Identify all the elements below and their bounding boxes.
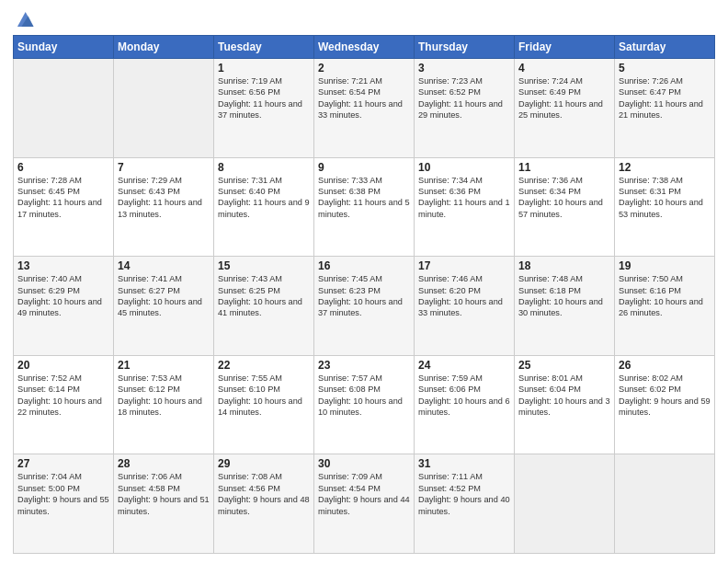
day-number: 11 — [518, 161, 610, 174]
calendar-table: SundayMondayTuesdayWednesdayThursdayFrid… — [13, 35, 715, 554]
day-number: 5 — [619, 62, 711, 75]
col-header-friday: Friday — [515, 36, 615, 59]
calendar-cell: 3Sunrise: 7:23 AM Sunset: 6:52 PM Daylig… — [415, 59, 515, 158]
calendar-cell: 17Sunrise: 7:46 AM Sunset: 6:20 PM Dayli… — [415, 257, 515, 356]
day-number: 27 — [17, 457, 109, 470]
cell-info: Sunrise: 7:33 AM Sunset: 6:38 PM Dayligh… — [318, 175, 410, 221]
calendar-cell: 12Sunrise: 7:38 AM Sunset: 6:31 PM Dayli… — [615, 157, 715, 257]
day-number: 28 — [118, 457, 210, 470]
cell-info: Sunrise: 7:43 AM Sunset: 6:25 PM Dayligh… — [218, 273, 310, 319]
cell-info: Sunrise: 7:59 AM Sunset: 6:06 PM Dayligh… — [418, 373, 510, 419]
calendar-cell: 20Sunrise: 7:52 AM Sunset: 6:14 PM Dayli… — [14, 355, 114, 454]
day-number: 2 — [318, 62, 410, 75]
week-row-2: 6Sunrise: 7:28 AM Sunset: 6:45 PM Daylig… — [14, 157, 715, 257]
week-row-1: 1Sunrise: 7:19 AM Sunset: 6:56 PM Daylig… — [14, 59, 715, 158]
cell-info: Sunrise: 7:28 AM Sunset: 6:45 PM Dayligh… — [17, 175, 109, 221]
day-number: 4 — [518, 62, 610, 75]
col-header-thursday: Thursday — [415, 36, 515, 59]
header-row: SundayMondayTuesdayWednesdayThursdayFrid… — [14, 36, 715, 59]
calendar-cell: 27Sunrise: 7:04 AM Sunset: 5:00 PM Dayli… — [14, 454, 114, 554]
cell-info: Sunrise: 7:38 AM Sunset: 6:31 PM Dayligh… — [619, 175, 711, 221]
day-number: 13 — [17, 259, 109, 272]
col-header-tuesday: Tuesday — [214, 36, 314, 59]
cell-info: Sunrise: 7:36 AM Sunset: 6:34 PM Dayligh… — [518, 175, 610, 221]
cell-info: Sunrise: 7:04 AM Sunset: 5:00 PM Dayligh… — [17, 471, 109, 517]
cell-info: Sunrise: 7:48 AM Sunset: 6:18 PM Dayligh… — [518, 273, 610, 319]
calendar-cell: 7Sunrise: 7:29 AM Sunset: 6:43 PM Daylig… — [114, 157, 214, 257]
day-number: 20 — [17, 359, 109, 372]
cell-info: Sunrise: 7:29 AM Sunset: 6:43 PM Dayligh… — [118, 175, 210, 221]
day-number: 31 — [418, 457, 510, 470]
day-number: 7 — [118, 161, 210, 174]
cell-info: Sunrise: 7:45 AM Sunset: 6:23 PM Dayligh… — [318, 273, 410, 319]
calendar-cell: 21Sunrise: 7:53 AM Sunset: 6:12 PM Dayli… — [114, 355, 214, 454]
calendar-cell: 19Sunrise: 7:50 AM Sunset: 6:16 PM Dayli… — [615, 257, 715, 356]
cell-info: Sunrise: 7:50 AM Sunset: 6:16 PM Dayligh… — [619, 273, 711, 319]
cell-info: Sunrise: 7:19 AM Sunset: 6:56 PM Dayligh… — [218, 75, 310, 121]
calendar-cell: 6Sunrise: 7:28 AM Sunset: 6:45 PM Daylig… — [14, 157, 114, 257]
week-row-4: 20Sunrise: 7:52 AM Sunset: 6:14 PM Dayli… — [14, 355, 715, 454]
calendar-cell: 26Sunrise: 8:02 AM Sunset: 6:02 PM Dayli… — [615, 355, 715, 454]
calendar-cell: 30Sunrise: 7:09 AM Sunset: 4:54 PM Dayli… — [314, 454, 415, 554]
col-header-wednesday: Wednesday — [314, 36, 415, 59]
day-number: 10 — [418, 161, 510, 174]
calendar-cell — [14, 59, 114, 158]
calendar-cell: 9Sunrise: 7:33 AM Sunset: 6:38 PM Daylig… — [314, 157, 415, 257]
cell-info: Sunrise: 8:01 AM Sunset: 6:04 PM Dayligh… — [518, 373, 610, 419]
cell-info: Sunrise: 7:11 AM Sunset: 4:52 PM Dayligh… — [418, 471, 510, 517]
logo-icon — [15, 9, 35, 29]
calendar-cell: 23Sunrise: 7:57 AM Sunset: 6:08 PM Dayli… — [314, 355, 415, 454]
calendar-cell: 18Sunrise: 7:48 AM Sunset: 6:18 PM Dayli… — [515, 257, 615, 356]
day-number: 29 — [218, 457, 310, 470]
day-number: 15 — [218, 259, 310, 272]
day-number: 17 — [418, 259, 510, 272]
cell-info: Sunrise: 7:40 AM Sunset: 6:29 PM Dayligh… — [17, 273, 109, 319]
cell-info: Sunrise: 7:21 AM Sunset: 6:54 PM Dayligh… — [318, 75, 410, 121]
day-number: 12 — [619, 161, 711, 174]
cell-info: Sunrise: 7:31 AM Sunset: 6:40 PM Dayligh… — [218, 175, 310, 221]
day-number: 6 — [17, 161, 109, 174]
cell-info: Sunrise: 7:41 AM Sunset: 6:27 PM Dayligh… — [118, 273, 210, 319]
cell-info: Sunrise: 7:34 AM Sunset: 6:36 PM Dayligh… — [418, 175, 510, 221]
cell-info: Sunrise: 7:53 AM Sunset: 6:12 PM Dayligh… — [118, 373, 210, 419]
calendar-cell: 25Sunrise: 8:01 AM Sunset: 6:04 PM Dayli… — [515, 355, 615, 454]
calendar-cell: 31Sunrise: 7:11 AM Sunset: 4:52 PM Dayli… — [415, 454, 515, 554]
week-row-3: 13Sunrise: 7:40 AM Sunset: 6:29 PM Dayli… — [14, 257, 715, 356]
day-number: 26 — [619, 359, 711, 372]
day-number: 1 — [218, 62, 310, 75]
cell-info: Sunrise: 7:24 AM Sunset: 6:49 PM Dayligh… — [518, 75, 610, 121]
calendar-cell: 8Sunrise: 7:31 AM Sunset: 6:40 PM Daylig… — [214, 157, 314, 257]
calendar-cell: 13Sunrise: 7:40 AM Sunset: 6:29 PM Dayli… — [14, 257, 114, 356]
day-number: 25 — [518, 359, 610, 372]
day-number: 21 — [118, 359, 210, 372]
calendar-cell: 29Sunrise: 7:08 AM Sunset: 4:56 PM Dayli… — [214, 454, 314, 554]
calendar-cell: 22Sunrise: 7:55 AM Sunset: 6:10 PM Dayli… — [214, 355, 314, 454]
cell-info: Sunrise: 7:52 AM Sunset: 6:14 PM Dayligh… — [17, 373, 109, 419]
calendar-cell: 15Sunrise: 7:43 AM Sunset: 6:25 PM Dayli… — [214, 257, 314, 356]
day-number: 24 — [418, 359, 510, 372]
calendar-cell: 10Sunrise: 7:34 AM Sunset: 6:36 PM Dayli… — [415, 157, 515, 257]
day-number: 23 — [318, 359, 410, 372]
cell-info: Sunrise: 8:02 AM Sunset: 6:02 PM Dayligh… — [619, 373, 711, 419]
logo — [13, 9, 35, 29]
calendar-cell — [114, 59, 214, 158]
calendar-cell: 11Sunrise: 7:36 AM Sunset: 6:34 PM Dayli… — [515, 157, 615, 257]
calendar-cell: 24Sunrise: 7:59 AM Sunset: 6:06 PM Dayli… — [415, 355, 515, 454]
cell-info: Sunrise: 7:26 AM Sunset: 6:47 PM Dayligh… — [619, 75, 711, 121]
calendar-cell: 2Sunrise: 7:21 AM Sunset: 6:54 PM Daylig… — [314, 59, 415, 158]
cell-info: Sunrise: 7:57 AM Sunset: 6:08 PM Dayligh… — [318, 373, 410, 419]
col-header-saturday: Saturday — [615, 36, 715, 59]
calendar-cell: 1Sunrise: 7:19 AM Sunset: 6:56 PM Daylig… — [214, 59, 314, 158]
day-number: 9 — [318, 161, 410, 174]
cell-info: Sunrise: 7:46 AM Sunset: 6:20 PM Dayligh… — [418, 273, 510, 319]
day-number: 22 — [218, 359, 310, 372]
day-number: 30 — [318, 457, 410, 470]
cell-info: Sunrise: 7:55 AM Sunset: 6:10 PM Dayligh… — [218, 373, 310, 419]
day-number: 3 — [418, 62, 510, 75]
calendar-cell: 16Sunrise: 7:45 AM Sunset: 6:23 PM Dayli… — [314, 257, 415, 356]
day-number: 16 — [318, 259, 410, 272]
day-number: 8 — [218, 161, 310, 174]
calendar-cell: 4Sunrise: 7:24 AM Sunset: 6:49 PM Daylig… — [515, 59, 615, 158]
cell-info: Sunrise: 7:06 AM Sunset: 4:58 PM Dayligh… — [118, 471, 210, 517]
cell-info: Sunrise: 7:09 AM Sunset: 4:54 PM Dayligh… — [318, 471, 410, 517]
